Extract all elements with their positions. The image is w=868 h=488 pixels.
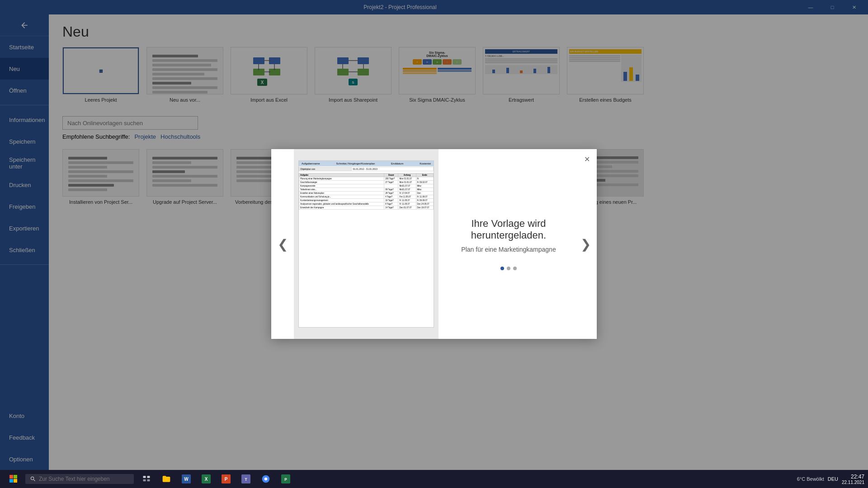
modal-dialog: ✕ ❮ Aufgabenname Schnittst./Vorgänger/Ko… [271, 149, 597, 339]
modal-preview-image: Aufgabenname Schnittst./Vorgänger/Kosten… [298, 160, 434, 328]
taskbar-icon-teams[interactable]: T [237, 470, 255, 488]
svg-text:P: P [284, 477, 287, 482]
modal-tr-7: Kundenbetreungsmanagement 16 Tage? Fr 11… [299, 199, 434, 202]
svg-rect-24 [9, 475, 13, 479]
modal-prev-button[interactable]: ❮ [271, 149, 294, 339]
modal-td-r9-1: Entwickeln der Kampagne [299, 206, 384, 210]
modal-td-r9-3: Don 01.07.07 [398, 206, 416, 210]
modal-td-r6-1: Kommunikation und Schulung je... [299, 195, 384, 199]
modal-tr-0: Aufgabe Dauer Anfang Ende [299, 174, 434, 177]
taskbar-weather: 6°C Bewölkt [797, 476, 824, 482]
modal-td-r7-1: Kundenbetreungsmanagement [299, 199, 384, 202]
modal-preview-h4: Kostenist [420, 162, 431, 165]
modal-td-r4-1: Teilnehmen eine... [299, 188, 384, 192]
modal-td-r4-3: Mo01.07.07 [398, 188, 416, 192]
modal-td-r7-4: Fr 06.06.07 [416, 199, 433, 202]
modal-th-2: Dauer [384, 174, 398, 177]
svg-rect-25 [14, 475, 17, 479]
modal-table-main: Aufgabe Dauer Anfang Ende Planung einer … [299, 173, 434, 210]
modal-tr-4: Teilnehmen eine... 09 Tage? Mo01.07.07 M… [299, 188, 434, 192]
modal-td-r2-2: 27 Tage? [384, 181, 398, 184]
modal-td-r8-2: 8 Tage? [384, 202, 398, 206]
modal-td-r4-4: Mitw. [416, 188, 433, 192]
modal-td-r1-1: Planung einer Marketingkampagne [299, 177, 384, 181]
modal-td-r8-4: Don 24.05.07 [416, 202, 433, 206]
taskbar-clock: 22:47 22.11.2021 [842, 474, 864, 485]
svg-rect-31 [147, 479, 150, 482]
modal-tr-5: Erstellen einer Aktionsplan 28 Tage? Fr … [299, 192, 434, 195]
taskbar: W X P T [0, 470, 868, 488]
modal-td-r5-4: Don [416, 192, 433, 195]
svg-point-41 [264, 478, 268, 481]
explorer-icon [162, 474, 171, 483]
modal-tr-8: Analysenvon regionalen, globalen und lan… [299, 202, 434, 206]
svg-rect-27 [14, 479, 17, 483]
modal-td-r6-2: 4 Tage? [384, 195, 398, 199]
modal-title: Ihre Vorlage wirdheruntergeladen. [471, 218, 546, 241]
taskbar-icon-ppt[interactable]: P [217, 470, 235, 488]
modal-tr-9: Entwickeln der Kampagne 14 Tage? Don 01.… [299, 206, 434, 210]
modal-subtitle: Plan für eine Marketingkampagne [461, 246, 556, 253]
modal-th-3: Anfang [398, 174, 416, 177]
modal-spinner [500, 267, 517, 270]
taskbar-search-box[interactable] [25, 474, 134, 484]
modal-tr-2: Geschäftsstrategie 27 Tage? Mon 01.01.07… [299, 181, 434, 184]
ppt-icon: P [222, 474, 231, 483]
taskbar-icon-explorer[interactable] [157, 470, 175, 488]
excel-taskbar-icon: X [202, 474, 211, 483]
spinner-dot-2 [507, 267, 510, 270]
taskbar-language: DEU [828, 476, 838, 482]
taskbar-icon-project[interactable]: P [277, 470, 295, 488]
svg-text:X: X [205, 477, 208, 482]
modal-next-button[interactable]: ❯ [574, 149, 597, 339]
modal-preview-header: Aufgabenname Schnittst./Vorgänger/Kosten… [299, 161, 434, 166]
modal-td-r1-4: Fr [416, 177, 433, 181]
taskbar-right: 6°C Bewölkt DEU 22:47 22.11.2021 [797, 474, 864, 485]
svg-text:T: T [245, 477, 247, 482]
modal-td-r2-3: Mon 01.01.07 [398, 181, 416, 184]
modal-th-4: Ende [416, 174, 433, 177]
modal-preview-h3: Enddatum [391, 162, 403, 165]
modal-td-r3-2 [384, 184, 398, 188]
windows-icon [9, 475, 18, 483]
modal-tr-6: Kommunikation und Schulung je... 4 Tage?… [299, 195, 434, 199]
modal-preview-h1: Aufgabenname [302, 162, 320, 165]
taskbar-icon-chrome[interactable] [257, 470, 275, 488]
modal-table-row-h: Objektplan von 01.01.2012 - 31.01.2013 [299, 167, 434, 171]
modal-main-table: Aufgabe Dauer Anfang Ende Planung einer … [299, 173, 434, 210]
project-icon: P [281, 474, 290, 483]
modal-td-r7-2: 16 Tage? [384, 199, 398, 202]
taskbar-icon-excel[interactable]: X [197, 470, 215, 488]
modal-tr-3: Kampagnenziele Mo01.07.07 Mitw [299, 184, 434, 188]
modal-td-r8-3: Fr 11.05.07 [398, 202, 416, 206]
modal-td-r1-2: 200 Tage? [384, 177, 398, 181]
taskbar-date: 22.11.2021 [842, 480, 864, 485]
taskbar-icon-taskview[interactable] [137, 470, 156, 488]
modal-td-r4-2: 09 Tage? [384, 188, 398, 192]
modal-td-r3-4: Mitw [416, 184, 433, 188]
modal-td-r5-3: Fr 17.04.07 [398, 192, 416, 195]
modal-td-r9-4: Don 19.07.07 [416, 206, 433, 210]
taskbar-start-button[interactable] [4, 470, 24, 488]
taskview-icon [142, 475, 151, 483]
taskbar-sys-icons: 6°C Bewölkt [797, 476, 824, 482]
spinner-dot-3 [513, 267, 517, 270]
modal-td-r9-2: 14 Tage? [384, 206, 398, 210]
chrome-icon [261, 474, 270, 483]
word-icon: W [182, 474, 191, 483]
modal-info: Ihre Vorlage wirdheruntergeladen. Plan f… [439, 149, 574, 339]
svg-text:W: W [184, 477, 189, 482]
modal-preview-h2: Schnittst./Vorgänger/Kostenplan [336, 162, 375, 165]
modal-td-r2-1: Geschäftsstrategie [299, 181, 384, 184]
taskbar-search-input[interactable] [39, 476, 129, 482]
svg-text:P: P [225, 477, 228, 482]
modal-td-2: 01.01.2012 - 31.01.2013 [352, 167, 434, 171]
modal-td-r5-2: 28 Tage? [384, 192, 398, 195]
svg-rect-29 [147, 476, 150, 478]
taskbar-search-icon [30, 476, 36, 482]
taskbar-app-icons: W X P T [137, 470, 295, 488]
modal-td-r3-1: Kampagnenziele [299, 184, 384, 188]
modal-td-r7-3: Fr 11.05.07 [398, 199, 416, 202]
taskbar-icon-word[interactable]: W [177, 470, 195, 488]
modal-overlay[interactable]: ✕ ❮ Aufgabenname Schnittst./Vorgänger/Ko… [0, 0, 868, 488]
